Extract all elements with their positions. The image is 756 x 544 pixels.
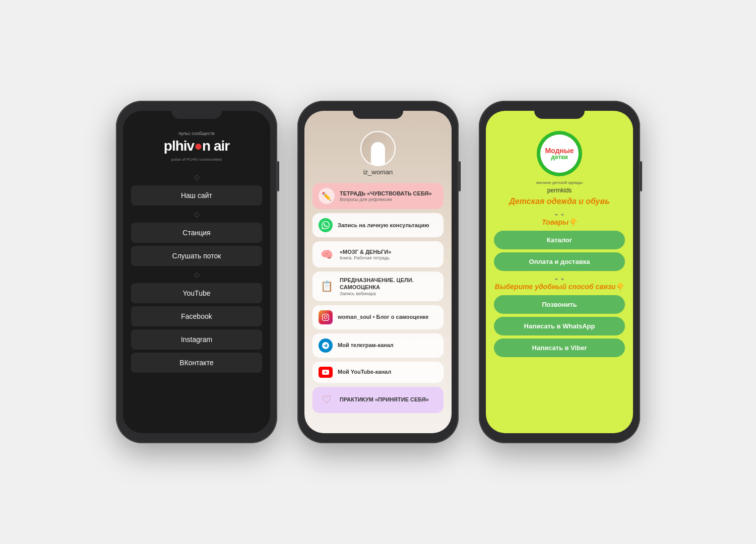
phone1-btn-instagram[interactable]: Instagram <box>131 329 262 350</box>
phone2-card-practice[interactable]: ♡ ПРАКТИКУМ «ПРИНЯТИЕ СЕБЯ» <box>312 387 444 413</box>
phone3-heading1: Детская одежда и обувь <box>509 197 609 206</box>
divider-2: ◇ <box>194 210 200 218</box>
phone2-card-8-text: ПРАКТИКУМ «ПРИНЯТИЕ СЕБЯ» <box>340 396 437 403</box>
phone2-card-4-sub: Запись вебинара <box>340 291 437 296</box>
phone3-chevrons2: ⌄⌄ <box>553 274 565 282</box>
phone2-card-7-title: Мой YouTube-канал <box>338 368 437 375</box>
instagram-icon <box>319 310 333 324</box>
phone1-btn-youtube[interactable]: YouTube <box>131 283 262 303</box>
phone-3: Модные детки магазин детской одежды perm… <box>479 101 640 443</box>
phone2-card-3-sub: Книга. Рабочая тетрадь <box>340 255 437 260</box>
telegram-icon <box>319 338 333 353</box>
phone3-store-sub: магазин детской одежды <box>536 180 583 185</box>
phone3-logo-text-wrap: Модные детки <box>545 147 574 160</box>
phone1-btn-facebook[interactable]: Facebook <box>131 306 262 326</box>
phone-2: iz_woman ✏️ ТЕТРАДЬ «ЧУВСТВОВАТЬ СЕБЯ» В… <box>297 101 459 443</box>
divider-3: ◇ <box>194 270 200 279</box>
phone1-logo-text: plhiv●n air <box>164 139 229 153</box>
phone2-card-2-title: Запись на личную консультацию <box>338 222 437 229</box>
phone-2-screen: iz_woman ✏️ ТЕТРАДЬ «ЧУВСТВОВАТЬ СЕБЯ» В… <box>304 111 452 433</box>
phone1-subtitle: пульс сообществ <box>178 131 215 136</box>
phone2-card-3-title: «МОЗГ & ДЕНЬГИ» <box>340 248 437 255</box>
phone1-btn-vkontakte[interactable]: ВКонтакте <box>131 353 262 373</box>
phone2-card-telegram[interactable]: Мой телеграм-канал <box>312 333 444 358</box>
phone1-btn-station[interactable]: Станция <box>131 223 262 243</box>
phone2-card-youtube[interactable]: Мой YouTube-канал <box>312 362 444 383</box>
phone2-card-2-text: Запись на личную консультацию <box>338 222 437 229</box>
phone2-card-4-title: ПРЕДНАЗНАЧЕНИЕ. ЦЕЛИ. САМООЦЕНКА <box>340 277 437 291</box>
phone2-card-consultation[interactable]: Запись на личную консультацию <box>312 213 444 237</box>
youtube-icon <box>319 367 333 378</box>
phone3-heading2: Товары👇 <box>542 218 577 226</box>
brain-icon: 🧠 <box>319 246 335 262</box>
phone2-card-webinar[interactable]: 📋 ПРЕДНАЗНАЧЕНИЕ. ЦЕЛИ. САМООЦЕНКА Запис… <box>312 271 444 301</box>
phone2-card-8-title: ПРАКТИКУМ «ПРИНЯТИЕ СЕБЯ» <box>340 396 437 403</box>
phone1-logo: plhiv●n air <box>164 139 229 153</box>
phone-3-screen: Модные детки магазин детской одежды perm… <box>486 111 633 433</box>
phone2-username: iz_woman <box>363 168 393 176</box>
phone2-card-4-text: ПРЕДНАЗНАЧЕНИЕ. ЦЕЛИ. САМООЦЕНКА Запись … <box>340 277 437 296</box>
phone-1-screen: пульс сообществ plhiv●n air pulse of PLH… <box>123 111 270 433</box>
phone1-btn-our-site[interactable]: Наш сайт <box>131 185 262 206</box>
phone2-card-7-text: Мой YouTube-канал <box>338 368 437 375</box>
phone3-chevrons1: ⌄⌄ <box>553 209 565 217</box>
phone3-username: permkids <box>547 187 572 194</box>
whatsapp-icon <box>319 218 333 232</box>
phone2-card-5-text: woman_soul • Блог о самооценке <box>338 313 437 320</box>
phone2-card-3-text: «МОЗГ & ДЕНЬГИ» Книга. Рабочая тетрадь <box>340 248 437 260</box>
pencil-icon: ✏️ <box>319 188 335 204</box>
phone2-card-instagram[interactable]: woman_soul • Блог о самооценке <box>312 305 444 329</box>
phone3-btn-whatsapp[interactable]: Написать в WhatsApp <box>494 317 625 335</box>
phone1-btn-stream[interactable]: Слушать поток <box>131 246 262 266</box>
phone2-card-6-text: Мой телеграм-канал <box>338 342 437 349</box>
phones-container: пульс сообществ plhiv●n air pulse of PLH… <box>96 81 660 463</box>
phone3-logo-inner: Модные детки <box>540 134 579 173</box>
heart-icon: ♡ <box>319 392 335 408</box>
phone3-logo-sub: детки <box>545 154 574 160</box>
phone2-card-6-title: Мой телеграм-канал <box>338 342 437 349</box>
phone3-logo-circle: Модные детки <box>537 131 582 176</box>
phone-1: пульс сообществ plhiv●n air pulse of PLH… <box>116 101 277 443</box>
phone3-btn-delivery[interactable]: Оплата и доставка <box>494 252 625 271</box>
divider-1: ◇ <box>194 173 200 181</box>
phone2-card-brain[interactable]: 🧠 «МОЗГ & ДЕНЬГИ» Книга. Рабочая тетрадь <box>312 241 444 267</box>
phone1-tagline: pulse of PLHIV communities <box>171 157 222 162</box>
phone2-card-5-title: woman_soul • Блог о самооценке <box>338 313 437 320</box>
phone2-avatar-figure <box>371 142 385 166</box>
phone3-heading3: Выберите удобный способ связи👇 <box>495 283 624 291</box>
clipboard-icon: 📋 <box>319 278 335 294</box>
phone2-card-notebook[interactable]: ✏️ ТЕТРАДЬ «ЧУВСТВОВАТЬ СЕБЯ» Вопросы дл… <box>312 183 444 209</box>
phone3-btn-call[interactable]: Позвонить <box>494 295 625 314</box>
phone3-btn-catalog[interactable]: Каталог <box>494 231 625 249</box>
phone2-card-1-sub: Вопросы для рефлексии <box>340 197 437 202</box>
phone2-card-1-title: ТЕТРАДЬ «ЧУВСТВОВАТЬ СЕБЯ» <box>340 190 437 197</box>
phone3-btn-viber[interactable]: Написать в Viber <box>494 338 625 357</box>
phone3-logo-main: Модные <box>545 147 574 154</box>
phone2-card-1-text: ТЕТРАДЬ «ЧУВСТВОВАТЬ СЕБЯ» Вопросы для р… <box>340 190 437 202</box>
phone2-avatar <box>360 131 396 166</box>
